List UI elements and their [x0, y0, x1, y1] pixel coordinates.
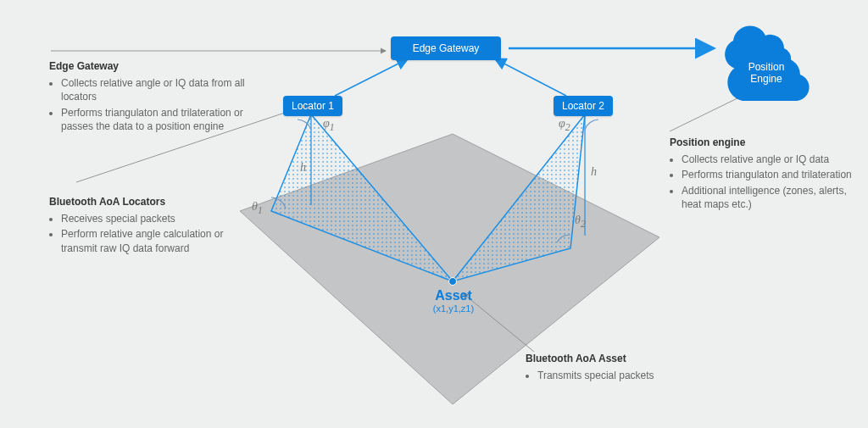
note-item: Collects relative angle or IQ data: [682, 153, 856, 166]
note-item: Performs triangulaton and trilateration …: [61, 106, 270, 133]
note-item: Additional intelligence (zones, alerts, …: [682, 184, 856, 211]
note-edge-gateway: Edge Gateway Collects relative angle or …: [49, 59, 270, 135]
leader-engine: [670, 95, 744, 131]
note-item: Collects relative angle or IQ data from …: [61, 76, 270, 103]
edge-gateway-node: Edge Gateway: [391, 36, 501, 60]
note-locators: Bluetooth AoA Locators Receives special …: [49, 195, 248, 257]
note-title: Bluetooth AoA Asset: [526, 352, 704, 365]
symbol-h-left: h: [300, 161, 306, 175]
symbol-theta1: θ1: [252, 200, 263, 216]
angle-phi2: [585, 120, 598, 130]
note-title: Position engine: [670, 136, 856, 149]
asset-title: Asset: [435, 288, 472, 303]
link-loc1-gateway: [335, 59, 407, 96]
note-position-engine: Position engine Collects relative angle …: [670, 136, 856, 213]
symbol-phi2: φ2: [559, 117, 570, 133]
symbol-theta2: θ2: [575, 214, 586, 230]
note-item: Transmits special packets: [537, 369, 704, 382]
symbol-phi1: φ1: [323, 117, 335, 133]
asset-coords: (x1,y1,z1): [424, 303, 483, 314]
cloud-label-line2: Engine: [750, 73, 782, 85]
asset-label: Asset (x1,y1,z1): [424, 288, 483, 314]
note-title: Bluetooth AoA Locators: [49, 195, 248, 208]
note-item: Perform relative angle calculation or tr…: [61, 227, 248, 254]
note-asset: Bluetooth AoA Asset Transmits special pa…: [526, 352, 704, 384]
note-title: Edge Gateway: [49, 59, 270, 73]
note-item: Performs triangulaton and trilateration: [682, 168, 856, 181]
cloud-label-line1: Position: [748, 61, 785, 73]
link-loc2-gateway: [496, 59, 566, 96]
note-item: Receives special packets: [61, 212, 248, 225]
asset-point: [449, 278, 457, 286]
symbol-h-right: h: [591, 165, 597, 179]
locator1-node: Locator 1: [283, 96, 342, 116]
locator2-node: Locator 2: [554, 96, 613, 116]
